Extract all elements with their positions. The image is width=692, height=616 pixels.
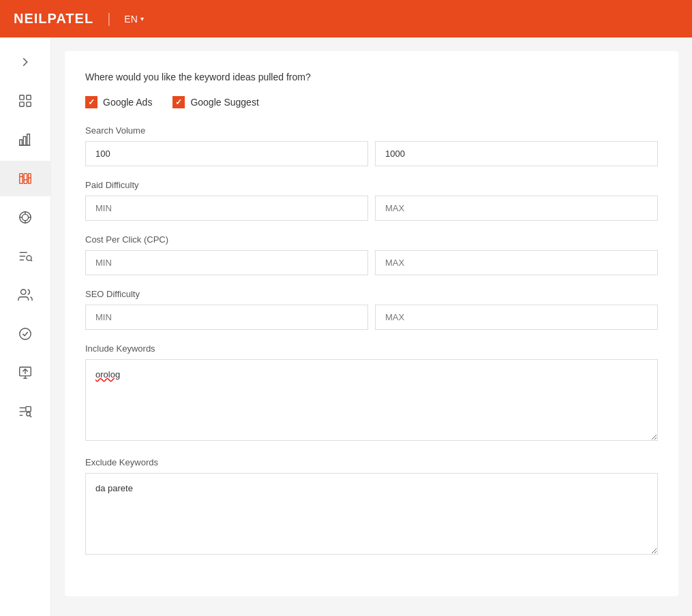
analytics-icon <box>18 326 33 341</box>
header-divider: | <box>107 11 110 27</box>
search-volume-inputs <box>85 141 658 166</box>
cpc-inputs <box>85 250 658 275</box>
sidebar-item-chart[interactable] <box>0 122 50 157</box>
paid-difficulty-section: Paid Difficulty <box>85 180 658 221</box>
seo-difficulty-section: SEO Difficulty <box>85 289 658 330</box>
svg-rect-10 <box>29 174 31 184</box>
svg-point-25 <box>21 290 26 294</box>
seo-difficulty-label: SEO Difficulty <box>85 289 658 299</box>
search-volume-section: Search Volume <box>85 125 658 166</box>
google-suggest-label: Google Suggest <box>190 97 258 108</box>
export-icon <box>18 365 33 380</box>
source-checkboxes: ✓ Google Ads ✓ Google Suggest <box>85 96 658 108</box>
exclude-keywords-textarea[interactable]: da parete <box>85 473 658 555</box>
seo-difficulty-max-input[interactable] <box>375 305 658 330</box>
logo: NEILPATEL <box>14 11 93 27</box>
svg-rect-6 <box>27 134 30 146</box>
svg-rect-0 <box>20 95 24 99</box>
cpc-section: Cost Per Click (CPC) <box>85 234 658 275</box>
checkmark-icon-2: ✓ <box>175 97 182 107</box>
cpc-min-input[interactable] <box>85 250 368 275</box>
exclude-keywords-label: Exclude Keywords <box>85 457 658 467</box>
svg-rect-8 <box>20 174 23 184</box>
svg-point-15 <box>22 214 28 220</box>
search-volume-label: Search Volume <box>85 125 658 136</box>
chevron-down-icon: ▾ <box>140 15 144 22</box>
checkmark-icon: ✓ <box>88 97 95 107</box>
svg-rect-2 <box>20 102 24 106</box>
content-card: Where would you like the keyword ideas p… <box>65 51 678 596</box>
sidebar-item-export[interactable] <box>0 355 50 390</box>
language-selector[interactable]: EN ▾ <box>124 14 143 25</box>
svg-point-26 <box>20 328 31 340</box>
cpc-max-input[interactable] <box>375 250 658 275</box>
source-question: Where would you like the keyword ideas p… <box>85 72 658 82</box>
sidebar-item-expand[interactable] <box>0 44 50 80</box>
list-search-icon <box>18 249 33 264</box>
grid-icon <box>18 93 33 108</box>
google-ads-checkbox-item[interactable]: ✓ Google Ads <box>85 96 152 108</box>
svg-point-23 <box>27 256 31 260</box>
google-ads-label: Google Ads <box>103 97 152 108</box>
google-suggest-checkbox[interactable]: ✓ <box>172 96 185 108</box>
svg-rect-36 <box>26 407 31 412</box>
paid-difficulty-inputs <box>85 196 658 221</box>
sidebar-item-list-search[interactable] <box>0 238 50 274</box>
svg-rect-5 <box>23 136 26 145</box>
google-ads-checkbox[interactable]: ✓ <box>85 96 97 108</box>
cpc-label: Cost Per Click (CPC) <box>85 234 658 245</box>
svg-point-37 <box>27 412 31 416</box>
paid-difficulty-max-input[interactable] <box>375 196 658 221</box>
include-keywords-section: Include Keywords orolog <box>85 343 658 444</box>
include-keywords-label: Include Keywords <box>85 343 658 354</box>
paid-difficulty-label: Paid Difficulty <box>85 180 658 190</box>
sidebar-item-analytics[interactable] <box>0 316 50 352</box>
target-icon <box>18 210 33 225</box>
users-icon <box>18 288 33 303</box>
svg-rect-9 <box>24 174 27 184</box>
include-keywords-textarea[interactable]: orolog <box>85 359 658 441</box>
svg-line-24 <box>31 260 32 262</box>
sidebar <box>0 37 51 616</box>
chevron-right-icon <box>18 55 33 70</box>
paid-difficulty-min-input[interactable] <box>85 196 368 221</box>
seo-difficulty-min-input[interactable] <box>85 305 368 330</box>
sidebar-item-search-list[interactable] <box>0 394 50 429</box>
search-volume-min-input[interactable] <box>85 141 368 166</box>
sidebar-item-target[interactable] <box>0 200 50 235</box>
svg-rect-1 <box>27 95 31 99</box>
filter-icon <box>18 171 33 186</box>
main-content: Where would you like the keyword ideas p… <box>51 37 692 616</box>
language-code: EN <box>124 14 137 25</box>
main-layout: Where would you like the keyword ideas p… <box>0 37 692 616</box>
search-volume-max-input[interactable] <box>375 141 658 166</box>
sidebar-item-users[interactable] <box>0 277 50 313</box>
sidebar-item-filter[interactable] <box>0 161 50 196</box>
svg-line-38 <box>30 416 31 417</box>
sidebar-item-dashboard[interactable] <box>0 83 50 119</box>
svg-rect-4 <box>20 140 22 145</box>
svg-rect-3 <box>27 102 31 106</box>
exclude-keywords-section: Exclude Keywords da parete <box>85 457 658 557</box>
seo-difficulty-inputs <box>85 305 658 330</box>
search-list-icon <box>18 404 33 419</box>
bar-chart-icon <box>18 132 33 147</box>
google-suggest-checkbox-item[interactable]: ✓ Google Suggest <box>172 96 258 108</box>
header: NEILPATEL | EN ▾ <box>0 0 692 37</box>
